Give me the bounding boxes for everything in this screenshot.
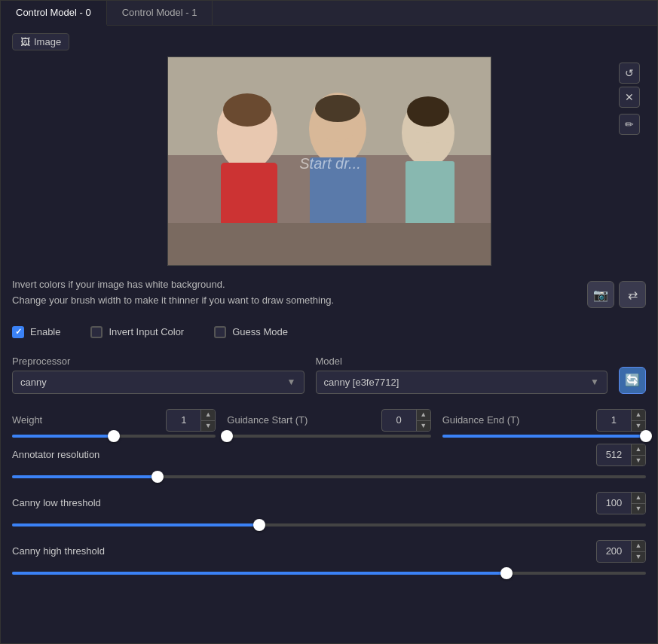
enable-checkbox-item[interactable]: Enable bbox=[12, 326, 60, 338]
canvas-controls: ↺ ✕ ✏ bbox=[619, 63, 640, 135]
hint-line2: Change your brush width to make it thinn… bbox=[12, 293, 587, 309]
model-select[interactable]: canny [e3fe7712] ▼ bbox=[316, 371, 608, 394]
guidance-end-up-btn[interactable]: ▲ bbox=[632, 410, 645, 420]
canny-high-slider-wrapper bbox=[12, 566, 646, 581]
model-arrow-icon: ▼ bbox=[590, 377, 599, 387]
guidance-start-spinners: ▲ ▼ bbox=[416, 410, 430, 431]
canny-low-down-btn[interactable]: ▼ bbox=[632, 503, 645, 514]
triple-slider-row: Weight ▲ ▼ bbox=[12, 409, 646, 438]
annotator-res-number-input: ▲ ▼ bbox=[596, 444, 646, 466]
camera-button[interactable]: 📷 bbox=[587, 281, 614, 308]
guidance-start-input[interactable] bbox=[382, 411, 416, 429]
swap-button[interactable]: ⇄ bbox=[619, 281, 646, 308]
weight-number-input: ▲ ▼ bbox=[166, 409, 216, 432]
invert-input-label: Invert Input Color bbox=[109, 326, 184, 337]
image-icon: 🖼 bbox=[20, 36, 30, 47]
canvas-reset-button[interactable]: ↺ bbox=[619, 63, 640, 84]
guidance-end-input[interactable] bbox=[597, 411, 631, 429]
guidance-end-number-input: ▲ ▼ bbox=[596, 409, 646, 432]
guidance-start-label: Guidance Start (T) bbox=[227, 414, 308, 426]
guidance-start-slider-thumb[interactable] bbox=[221, 430, 233, 442]
canny-low-header: Canny low threshold ▲ ▼ bbox=[12, 492, 646, 514]
annotator-res-input[interactable] bbox=[597, 446, 631, 463]
canny-high-slider-fill bbox=[12, 572, 507, 575]
guidance-end-header: Guidance End (T) ▲ ▼ bbox=[442, 409, 646, 432]
annotator-res-spinners: ▲ ▼ bbox=[631, 444, 645, 465]
selects-row: Preprocessor canny ▼ Model canny [e3fe77… bbox=[12, 356, 646, 394]
annotator-res-slider-wrapper bbox=[12, 469, 646, 484]
enable-checkbox[interactable] bbox=[12, 326, 24, 338]
guidance-start-slider-group: Guidance Start (T) ▲ ▼ bbox=[227, 409, 430, 438]
annotator-res-up-btn[interactable]: ▲ bbox=[632, 444, 645, 455]
tabs-bar: Control Model - 0 Control Model - 1 bbox=[1, 1, 657, 26]
guidance-end-slider-wrapper bbox=[442, 435, 646, 438]
guidance-end-down-btn[interactable]: ▼ bbox=[632, 420, 645, 431]
hint-line1: Invert colors if your image has white ba… bbox=[12, 277, 587, 293]
guess-mode-checkbox[interactable] bbox=[214, 326, 226, 338]
canvas-close-button[interactable]: ✕ bbox=[619, 87, 640, 108]
canny-high-spinners: ▲ ▼ bbox=[631, 541, 645, 562]
preprocessor-value: canny bbox=[20, 377, 47, 388]
annotator-res-slider-thumb[interactable] bbox=[151, 471, 164, 483]
weight-input[interactable] bbox=[167, 411, 200, 429]
canny-low-slider-track bbox=[12, 523, 646, 526]
weight-up-btn[interactable]: ▲ bbox=[201, 410, 215, 420]
image-section: 🖼 Image bbox=[1, 26, 657, 270]
canvas-image: Start dr... bbox=[168, 57, 491, 266]
canny-high-slider-track bbox=[12, 572, 646, 575]
invert-input-checkbox-item[interactable]: Invert Input Color bbox=[90, 326, 184, 338]
guidance-end-slider-track bbox=[442, 435, 646, 438]
tab-control-model-1[interactable]: Control Model - 1 bbox=[107, 1, 213, 25]
hint-buttons: 📷 ⇄ bbox=[587, 281, 646, 308]
annotator-res-down-btn[interactable]: ▼ bbox=[632, 455, 645, 465]
canny-high-label: Canny high threshold bbox=[12, 545, 105, 557]
weight-slider-fill bbox=[12, 435, 114, 438]
tab-control-model-0[interactable]: Control Model - 0 bbox=[1, 1, 107, 26]
weight-spinners: ▲ ▼ bbox=[200, 410, 215, 431]
canny-high-down-btn[interactable]: ▼ bbox=[632, 551, 645, 562]
invert-input-checkbox[interactable] bbox=[90, 326, 103, 338]
annotator-res-label: Annotator resolution bbox=[12, 449, 99, 460]
weight-header: Weight ▲ ▼ bbox=[12, 409, 216, 432]
guidance-end-slider-group: Guidance End (T) ▲ ▼ bbox=[442, 409, 646, 438]
canny-high-up-btn[interactable]: ▲ bbox=[632, 541, 645, 551]
reload-model-button[interactable]: 🔄 bbox=[619, 367, 646, 394]
canny-high-slider-thumb[interactable] bbox=[500, 567, 513, 579]
canny-high-header: Canny high threshold ▲ ▼ bbox=[12, 540, 646, 563]
weight-slider-thumb[interactable] bbox=[108, 430, 120, 442]
annotator-res-group: Annotator resolution ▲ ▼ bbox=[12, 444, 646, 484]
checkboxes-row: Enable Invert Input Color Guess Mode bbox=[12, 320, 646, 344]
annotator-res-slider-fill bbox=[12, 475, 158, 478]
guidance-start-number-input: ▲ ▼ bbox=[381, 409, 431, 432]
canny-low-slider-thumb[interactable] bbox=[253, 519, 265, 531]
guidance-end-slider-fill bbox=[442, 435, 646, 438]
preprocessor-select[interactable]: canny ▼ bbox=[12, 371, 305, 394]
guidance-start-header: Guidance Start (T) ▲ ▼ bbox=[227, 409, 430, 432]
svg-point-14 bbox=[407, 96, 449, 127]
model-group: Model canny [e3fe7712] ▼ bbox=[316, 356, 608, 394]
preprocessor-label: Preprocessor bbox=[12, 356, 305, 367]
guidance-end-slider-thumb[interactable] bbox=[640, 430, 652, 442]
guidance-start-up-btn[interactable]: ▲ bbox=[417, 410, 430, 420]
canny-low-number-input: ▲ ▼ bbox=[596, 492, 646, 514]
enable-label: Enable bbox=[30, 326, 60, 337]
canny-low-up-btn[interactable]: ▲ bbox=[632, 493, 645, 503]
canny-high-input[interactable] bbox=[597, 542, 631, 560]
image-label: 🖼 Image bbox=[12, 33, 69, 50]
canny-low-input[interactable] bbox=[597, 494, 631, 511]
guidance-start-slider-wrapper bbox=[227, 435, 430, 438]
svg-point-10 bbox=[315, 95, 360, 122]
canvas-area[interactable]: Start dr... bbox=[167, 56, 491, 266]
svg-text:Start dr...: Start dr... bbox=[299, 155, 361, 172]
weight-down-btn[interactable]: ▼ bbox=[201, 420, 215, 431]
guess-mode-checkbox-item[interactable]: Guess Mode bbox=[214, 326, 288, 338]
annotator-res-slider-track bbox=[12, 475, 646, 478]
canny-low-slider-wrapper bbox=[12, 517, 646, 533]
canvas-edit-button[interactable]: ✏ bbox=[619, 114, 640, 135]
weight-slider-group: Weight ▲ ▼ bbox=[12, 409, 216, 438]
weight-slider-track bbox=[12, 435, 216, 438]
controls-area: Invert colors if your image has white ba… bbox=[1, 270, 657, 588]
app-container: Control Model - 0 Control Model - 1 🖼 Im… bbox=[0, 0, 658, 644]
guidance-start-down-btn[interactable]: ▼ bbox=[417, 420, 430, 431]
svg-point-6 bbox=[223, 93, 271, 127]
